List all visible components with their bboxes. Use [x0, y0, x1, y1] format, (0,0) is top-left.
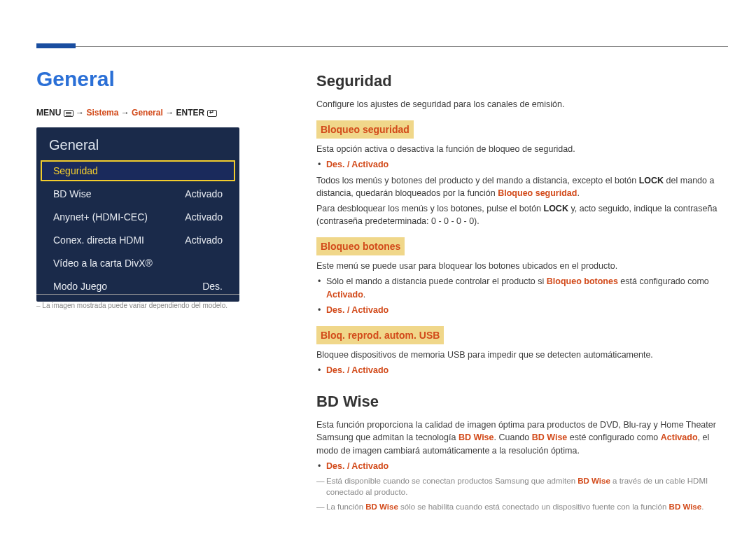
menu-item-label: Vídeo a la carta DivX®: [53, 258, 153, 269]
breadcrumb-arrow: →: [121, 108, 130, 118]
menu-item-label: Anynet+ (HDMI-CEC): [53, 211, 148, 223]
section-title-bdwise: BD Wise: [316, 391, 728, 413]
menu-item-seguridad[interactable]: Seguridad: [41, 160, 235, 181]
bdwise-p1: Esta función proporciona la calidad de i…: [316, 419, 728, 456]
bloqueo-seguridad-opt: Des. / Activado: [326, 160, 388, 169]
breadcrumb: MENU → Sistema → General → ENTER: [36, 108, 217, 118]
subheading-bloqueo-seguridad: Bloqueo seguridad: [316, 120, 414, 139]
subheading-bloq-usb: Bloq. reprod. autom. USB: [316, 326, 444, 344]
menu-item-value: Activado: [185, 211, 223, 223]
bloq-usb-opt: Des. / Activado: [326, 365, 388, 375]
bloqueo-botones-opt: Des. / Activado: [326, 305, 388, 315]
bdwise-opt: Des. / Activado: [326, 461, 388, 471]
menu-item-label: BD Wise: [53, 188, 91, 199]
header-divider: [36, 46, 728, 47]
page-title: General: [36, 67, 115, 91]
menu-item-anynet[interactable]: Anynet+ (HDMI-CEC) Activado: [41, 206, 235, 227]
menu-item-bdwise[interactable]: BD Wise Activado: [41, 183, 235, 204]
image-footnote: La imagen mostrada puede variar dependie…: [36, 294, 239, 309]
bdwise-note1: Está disponible cuando se conectan produ…: [316, 475, 728, 498]
menu-item-label: Conex. directa HDMI: [53, 234, 144, 246]
bloqueo-seguridad-p2: Todos los menús y botones del producto y…: [316, 174, 728, 199]
menu-item-label: Modo Juego: [53, 281, 107, 292]
breadcrumb-general: General: [132, 108, 163, 118]
menu-item-value: Des.: [202, 281, 223, 292]
subheading-bloqueo-botones: Bloqueo botones: [316, 237, 405, 255]
breadcrumb-arrow: →: [165, 108, 174, 118]
seguridad-intro: Configure los ajustes de seguridad para …: [316, 98, 728, 111]
bloqueo-seguridad-p3: Para desbloquear los menús y los botones…: [316, 202, 728, 227]
menu-panel-title: General: [36, 127, 239, 160]
menu-panel: General Seguridad BD Wise Activado Anyne…: [36, 127, 239, 302]
bloqueo-botones-p2: Sólo el mando a distancia puede controla…: [316, 275, 728, 300]
menu-icon: [64, 110, 74, 117]
breadcrumb-enter: ENTER: [176, 108, 204, 118]
bloqueo-seguridad-p1: Esta opción activa o desactiva la funció…: [316, 143, 728, 155]
bloqueo-botones-p1: Este menú se puede usar para bloquear lo…: [316, 260, 728, 272]
menu-item-label: Seguridad: [53, 165, 98, 176]
menu-item-divx[interactable]: Vídeo a la carta DivX®: [41, 253, 235, 274]
breadcrumb-sistema: Sistema: [86, 108, 118, 118]
breadcrumb-menu: MENU: [36, 108, 61, 118]
bdwise-note2: La función BD Wise sólo se habilita cuan…: [316, 501, 728, 513]
menu-item-hdmi[interactable]: Conex. directa HDMI Activado: [41, 230, 235, 251]
header-accent: [36, 43, 76, 48]
enter-icon: [207, 110, 217, 117]
menu-item-value: Activado: [185, 234, 223, 246]
menu-item-value: Activado: [185, 188, 223, 199]
bloq-usb-p1: Bloquee dispositivos de memoria USB para…: [316, 349, 728, 361]
section-title-seguridad: Seguridad: [316, 70, 728, 92]
breadcrumb-arrow: →: [76, 108, 84, 118]
content-area: Seguridad Configure los ajustes de segur…: [316, 70, 728, 516]
